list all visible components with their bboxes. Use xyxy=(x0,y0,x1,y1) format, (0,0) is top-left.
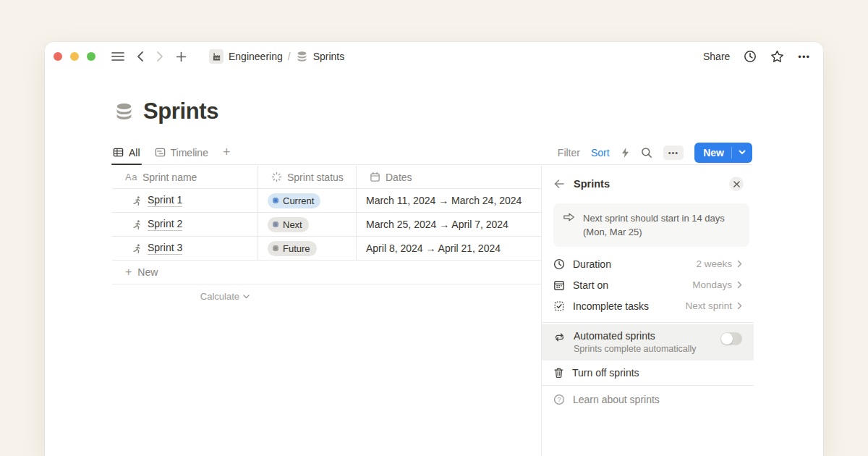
status-badge: Future xyxy=(268,241,317,256)
more-options-icon[interactable]: ••• xyxy=(798,51,810,62)
main-content: Aa Sprint name Sprint status Dates xyxy=(45,166,823,456)
column-header-dates[interactable]: Dates xyxy=(357,166,541,188)
share-button[interactable]: Share xyxy=(703,51,730,62)
search-icon[interactable] xyxy=(641,147,652,159)
notice-line1: Next sprint should start in 14 days xyxy=(583,211,725,225)
filter-button[interactable]: Filter xyxy=(558,147,580,159)
status-dot-icon xyxy=(273,245,278,251)
dates-cell[interactable]: March 25, 2024 → April 7, 2024 xyxy=(357,213,541,236)
chevron-right-icon xyxy=(737,260,742,268)
setting-incomplete-tasks[interactable]: Incomplete tasks Next sprint xyxy=(542,295,754,316)
automated-sprints-label: Automated sprints xyxy=(574,330,697,342)
learn-about-sprints-label: Learn about sprints xyxy=(573,394,660,405)
clock-history-icon[interactable] xyxy=(744,48,757,65)
status-dot-icon xyxy=(273,198,278,203)
breadcrumb-workspace[interactable]: Engineering xyxy=(229,51,283,62)
date-property-icon xyxy=(370,172,380,182)
close-window-button[interactable] xyxy=(54,52,62,61)
table-row: Sprint 1 Current March 11, 2024 → March … xyxy=(112,189,541,213)
view-more-dots: ••• xyxy=(668,145,679,160)
next-sprint-notice: Next sprint should start in 14 days (Mon… xyxy=(553,203,749,247)
sprint-name-cell[interactable]: Sprint 2 xyxy=(112,213,258,236)
automated-sprints-toggle[interactable] xyxy=(720,332,742,345)
view-more-button[interactable]: ••• xyxy=(663,145,684,160)
sprint-name-cell[interactable]: Sprint 3 xyxy=(112,237,258,260)
panel-close-icon[interactable] xyxy=(729,177,744,191)
status-label: Next xyxy=(283,219,302,230)
arrow-right-outline-icon xyxy=(562,211,576,239)
date-range: April 8, 2024 → April 21, 2024 xyxy=(366,242,501,254)
favorite-star-icon[interactable] xyxy=(770,48,784,65)
tab-timeline[interactable]: Timeline xyxy=(155,140,208,164)
breadcrumb-page[interactable]: Sprints xyxy=(313,51,345,62)
traffic-lights xyxy=(54,52,95,61)
notion-window: Engineering / Sprints Share ••• Sprints xyxy=(45,42,823,456)
panel-back-arrow-icon[interactable] xyxy=(553,179,565,189)
setting-duration[interactable]: Duration 2 weeks xyxy=(542,253,754,274)
status-label: Current xyxy=(283,195,314,206)
status-badge: Next xyxy=(268,217,309,232)
table-view-icon xyxy=(113,147,124,158)
sprint-name-link[interactable]: Sprint 2 xyxy=(148,218,182,231)
setting-start-on[interactable]: Start on Mondays xyxy=(542,274,754,295)
table-header-row: Aa Sprint name Sprint status Dates xyxy=(112,166,541,189)
sprint-status-cell[interactable]: Future xyxy=(258,237,357,260)
minimize-window-button[interactable] xyxy=(70,52,79,61)
sprint-name-link[interactable]: Sprint 3 xyxy=(148,242,182,255)
calendar-icon xyxy=(553,279,565,291)
setting-label: Duration xyxy=(573,258,611,270)
add-row-label: New xyxy=(137,266,158,278)
add-view-plus-icon[interactable]: + xyxy=(223,145,231,160)
add-row-button[interactable]: + New xyxy=(112,261,541,284)
sort-button[interactable]: Sort xyxy=(591,147,610,159)
lightning-icon[interactable] xyxy=(621,147,630,159)
column-header-sprint-name[interactable]: Aa Sprint name xyxy=(112,166,258,188)
repeat-icon xyxy=(553,332,566,354)
sprint-status-cell[interactable]: Next xyxy=(258,213,357,236)
tab-timeline-label: Timeline xyxy=(171,147,208,159)
view-tabs: All Timeline + xyxy=(113,140,230,164)
notice-line2: (Mon, Mar 25) xyxy=(583,225,725,239)
status-property-icon xyxy=(271,172,282,182)
svg-text:?: ? xyxy=(558,396,561,403)
sprint-name-link[interactable]: Sprint 1 xyxy=(148,194,182,207)
sprints-table: Aa Sprint name Sprint status Dates xyxy=(112,166,541,308)
forward-chevron-icon[interactable] xyxy=(156,48,163,65)
back-chevron-icon[interactable] xyxy=(137,48,144,65)
status-dot-icon xyxy=(273,221,278,227)
text-property-icon: Aa xyxy=(125,172,137,182)
dates-cell[interactable]: April 8, 2024 → April 21, 2024 xyxy=(357,237,541,260)
new-page-plus-icon[interactable] xyxy=(176,48,187,65)
breadcrumb: Engineering / Sprints xyxy=(197,48,344,65)
clock-icon xyxy=(553,258,565,270)
automated-sprints-row[interactable]: Automated sprints Sprints complete autom… xyxy=(542,324,754,360)
dates-cell[interactable]: March 11, 2024 → March 24, 2024 xyxy=(357,189,541,212)
calculate-button[interactable]: Calculate xyxy=(112,284,258,308)
setting-label: Incomplete tasks xyxy=(573,300,649,312)
chevron-right-icon xyxy=(737,302,742,310)
tab-all[interactable]: All xyxy=(113,140,140,164)
new-button[interactable]: New xyxy=(694,143,752,163)
sprint-status-cell[interactable]: Current xyxy=(258,189,357,212)
setting-label: Start on xyxy=(573,279,608,291)
column-header-sprint-status[interactable]: Sprint status xyxy=(258,166,357,188)
add-row-plus-icon: + xyxy=(125,266,132,279)
view-bar: All Timeline + Filter Sort ••• New xyxy=(113,140,752,165)
checkbox-check-icon xyxy=(553,300,565,312)
breadcrumb-separator: / xyxy=(288,51,291,62)
panel-divider xyxy=(542,322,754,323)
status-label: Future xyxy=(283,243,310,254)
database-stack-icon xyxy=(296,48,308,65)
zoom-window-button[interactable] xyxy=(87,52,95,61)
sprint-settings-list: Duration 2 weeks Start on Mondays xyxy=(542,253,754,316)
date-range: March 11, 2024 → March 24, 2024 xyxy=(366,195,522,206)
column-label: Sprint status xyxy=(287,172,344,183)
learn-about-sprints-link[interactable]: ? Learn about sprints xyxy=(542,386,754,413)
sprint-name-cell[interactable]: Sprint 1 xyxy=(112,189,258,212)
workspace-building-icon[interactable] xyxy=(209,49,224,64)
table-row: Sprint 3 Future April 8, 2024 → April 21… xyxy=(112,237,541,261)
page-title[interactable]: Sprints xyxy=(143,98,218,124)
new-dropdown-chevron-icon[interactable] xyxy=(732,150,752,155)
turn-off-sprints-button[interactable]: Turn off sprints xyxy=(542,360,754,385)
sidebar-toggle-icon[interactable] xyxy=(111,48,124,65)
